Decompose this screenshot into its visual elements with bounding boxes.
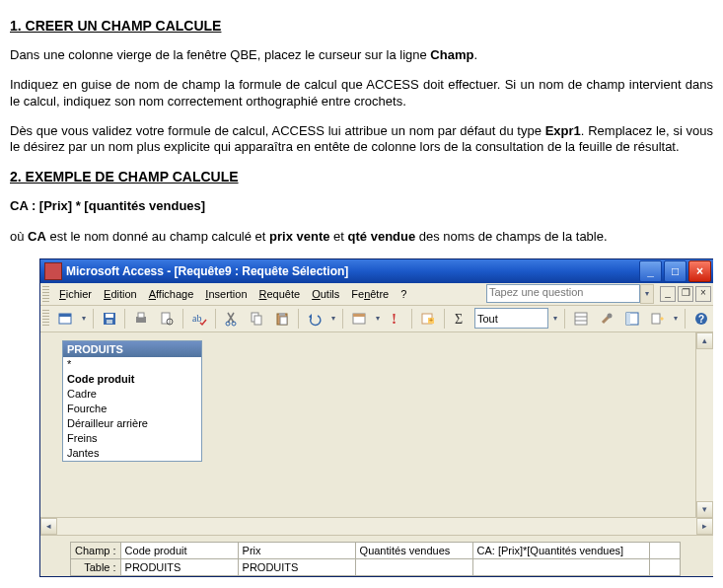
- qbe-cell[interactable]: CA: [Prix]*[Quantités vendues]: [472, 542, 649, 558]
- svg-point-25: [607, 313, 612, 318]
- section1-heading: 1. CREER UN CHAMP CALCULE: [10, 18, 713, 34]
- scroll-down-button[interactable]: ▾: [696, 501, 713, 518]
- svg-rect-4: [107, 320, 112, 324]
- save-button[interactable]: [98, 307, 121, 331]
- show-table-button[interactable]: +: [416, 307, 440, 331]
- menubar-grip: [42, 286, 49, 302]
- query-type-dropdown[interactable]: ▾: [373, 314, 383, 323]
- undo-button[interactable]: [303, 307, 326, 331]
- fieldlist-row[interactable]: Code produit: [63, 372, 201, 387]
- new-object-button[interactable]: [646, 307, 670, 331]
- fieldlist-row[interactable]: Cadre: [63, 387, 201, 402]
- fieldlist-produits[interactable]: PRODUITS * Code produit Cadre Fourche Dé…: [62, 340, 202, 462]
- section1-p3: Dès que vous validez votre formule de ca…: [10, 123, 713, 156]
- menu-fenetre[interactable]: Fenêtre: [345, 286, 395, 302]
- section2-heading: 2. EXEMPLE DE CHAMP CALCULE: [10, 169, 713, 184]
- svg-rect-13: [254, 316, 261, 325]
- toolbar-grip: [42, 310, 49, 328]
- svg-text:ab: ab: [192, 313, 201, 324]
- qbe-cell[interactable]: [649, 558, 680, 575]
- ask-question-dropdown[interactable]: ▾: [640, 284, 654, 304]
- section1-p2: Indiquez en guise de nom de champ la for…: [10, 77, 713, 110]
- fieldlist-title: PRODUITS: [63, 341, 201, 357]
- scroll-up-button[interactable]: ▴: [696, 332, 713, 349]
- horizontal-scrollbar[interactable]: ◂ ▸: [40, 517, 713, 535]
- qbe-grid-pane: Champ : Code produit Prix Quantités vend…: [40, 536, 713, 576]
- ask-question-input[interactable]: Tapez une question: [486, 284, 640, 303]
- close-button[interactable]: ×: [688, 260, 711, 282]
- top-values-dropdown[interactable]: ▾: [550, 314, 560, 323]
- scroll-right-button[interactable]: ▸: [696, 518, 713, 535]
- run-button[interactable]: !: [385, 307, 408, 331]
- print-button[interactable]: [129, 307, 153, 331]
- help-button[interactable]: ?: [689, 307, 713, 331]
- maximize-button[interactable]: □: [664, 260, 687, 282]
- menu-affichage[interactable]: Affichage: [143, 286, 200, 302]
- formula-text: CA : [Prix] * [quantités vendues]: [10, 198, 713, 214]
- vertical-scrollbar[interactable]: ▴ ▾: [695, 332, 713, 518]
- menu-help[interactable]: ?: [395, 286, 412, 302]
- section1-p1: Dans une colonne vierge de la fenêtre QB…: [10, 47, 713, 63]
- copy-button[interactable]: [246, 307, 269, 331]
- qbe-cell[interactable]: PRODUITS: [120, 558, 238, 575]
- qbe-cell[interactable]: Quantités vendues: [355, 542, 472, 558]
- qbe-cell[interactable]: Prix: [238, 542, 355, 558]
- query-design-upper-pane: PRODUITS * Code produit Cadre Fourche Dé…: [40, 332, 713, 536]
- paste-button[interactable]: [270, 307, 294, 331]
- fieldlist-row[interactable]: Jantes: [63, 446, 201, 461]
- view-dropdown[interactable]: ▾: [79, 314, 89, 323]
- new-object-dropdown[interactable]: ▾: [671, 314, 681, 323]
- svg-rect-18: [353, 314, 365, 317]
- toolbar: ▾ ab ▾ ▾ ! + Σ Tout ▾ ▾ ?: [40, 306, 713, 332]
- qbe-cell[interactable]: [355, 558, 472, 575]
- svg-rect-24: [575, 313, 587, 325]
- properties-button[interactable]: [569, 307, 593, 331]
- print-preview-button[interactable]: [155, 307, 179, 331]
- menu-requete[interactable]: Requête: [253, 286, 307, 302]
- qbe-rowlabel-table: Table :: [71, 558, 121, 575]
- minimize-button[interactable]: _: [639, 260, 662, 282]
- database-window-button[interactable]: [620, 307, 644, 331]
- totals-button[interactable]: Σ: [449, 307, 472, 331]
- window-title: Microsoft Access - [Requête9 : Requête S…: [66, 264, 639, 278]
- svg-rect-16: [280, 317, 287, 325]
- svg-rect-15: [279, 313, 285, 316]
- svg-rect-6: [138, 313, 144, 318]
- cut-button[interactable]: [220, 307, 244, 331]
- menu-outils[interactable]: Outils: [306, 286, 345, 302]
- fieldlist-row[interactable]: Freins: [63, 431, 201, 446]
- mdi-minimize-button[interactable]: _: [660, 286, 676, 302]
- qbe-grid: Champ : Code produit Prix Quantités vend…: [70, 542, 681, 576]
- qbe-rowlabel-champ: Champ :: [71, 542, 121, 558]
- qbe-cell[interactable]: [649, 542, 680, 558]
- menu-fichier[interactable]: Fichier: [53, 286, 98, 302]
- titlebar: Microsoft Access - [Requête9 : Requête S…: [40, 259, 713, 283]
- menu-insertion[interactable]: Insertion: [199, 286, 253, 302]
- undo-dropdown[interactable]: ▾: [328, 314, 338, 323]
- menubar: Fichier Edition Affichage Insertion Requ…: [40, 283, 713, 306]
- svg-rect-28: [652, 314, 660, 324]
- svg-rect-3: [106, 314, 113, 318]
- mdi-close-button[interactable]: ×: [695, 286, 711, 302]
- svg-text:?: ?: [698, 314, 704, 325]
- qbe-cell[interactable]: [472, 558, 649, 575]
- access-app-icon: [44, 262, 62, 280]
- qbe-cell[interactable]: Code produit: [120, 542, 238, 558]
- build-button[interactable]: [595, 307, 618, 331]
- fieldlist-row[interactable]: *: [63, 357, 201, 372]
- query-type-button[interactable]: [347, 307, 371, 331]
- fieldlist-row[interactable]: Dérailleur arrière: [63, 416, 201, 431]
- section2-expl: où CA est le nom donné au champ calculé …: [10, 229, 713, 245]
- menu-edition[interactable]: Edition: [98, 286, 143, 302]
- svg-text:!: !: [392, 311, 397, 327]
- access-window: Microsoft Access - [Requête9 : Requête S…: [39, 258, 713, 577]
- scroll-left-button[interactable]: ◂: [40, 518, 57, 535]
- svg-text:Σ: Σ: [455, 312, 463, 327]
- top-values-input[interactable]: Tout: [474, 308, 548, 329]
- view-button[interactable]: [53, 307, 77, 331]
- svg-rect-27: [626, 313, 630, 325]
- fieldlist-row[interactable]: Fourche: [63, 402, 201, 416]
- qbe-cell[interactable]: PRODUITS: [238, 558, 355, 575]
- mdi-restore-button[interactable]: ❐: [678, 286, 693, 302]
- spellcheck-button[interactable]: ab: [187, 307, 211, 331]
